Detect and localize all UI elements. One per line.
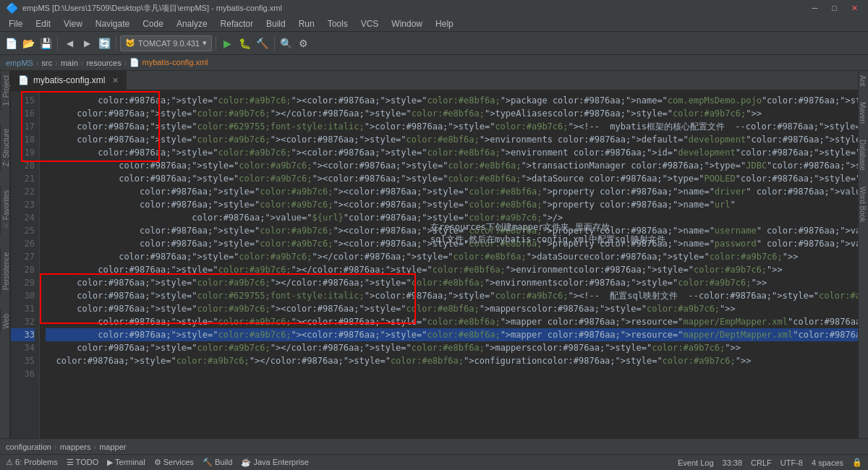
sync-button[interactable]: 🔄 xyxy=(96,35,112,51)
bottom-breadcrumb: configuration › mappers › mapper xyxy=(0,438,868,454)
bc-bot-sep-2: › xyxy=(93,443,96,451)
menu-item-build[interactable]: Build xyxy=(260,17,292,30)
left-tool-strip: 1: Project Z: Structure ☆ Favorites Pers… xyxy=(0,71,10,438)
tab-mybatis-config[interactable]: 📄 mybatis-config.xml ✕ xyxy=(11,71,127,90)
maximize-button[interactable]: □ xyxy=(827,2,841,14)
line-number: 16 xyxy=(11,107,35,120)
menu-item-analyze[interactable]: Analyze xyxy=(171,17,213,30)
app-icon: 🔷 xyxy=(6,2,18,14)
ant-tool-tab[interactable]: Ant xyxy=(859,71,868,90)
code-line: color:#9876aa;">style="color:#a9b7c6;"><… xyxy=(46,94,868,107)
titlebar-left: 🔷 empMS [D:\Users\17509\Desktop\非凡\项目\em… xyxy=(6,2,282,14)
menu-item-run[interactable]: Run xyxy=(293,17,320,30)
search-button[interactable]: 🔍 xyxy=(278,35,294,51)
lock-icon[interactable]: 🔒 xyxy=(852,458,862,467)
menu-item-file[interactable]: File xyxy=(3,17,28,30)
build-button[interactable]: 🔨 xyxy=(255,35,271,51)
code-line: color:#9876aa;">style="color:#a9b7c6;"><… xyxy=(46,159,868,172)
maven-tool-tab[interactable]: Maven xyxy=(859,98,868,128)
code-line: color:#9876aa;">style="color:#a9b7c6;"><… xyxy=(46,146,868,159)
event-log[interactable]: Event Log xyxy=(678,458,714,467)
tab-close-icon[interactable]: ✕ xyxy=(112,76,119,85)
bc-bot-sep-1: › xyxy=(54,443,57,451)
line-number: 34 xyxy=(11,341,35,354)
code-content[interactable]: color:#9876aa;">style="color:#a9b7c6;"><… xyxy=(40,91,868,438)
bc-resources[interactable]: resources xyxy=(86,59,121,67)
minimize-button[interactable]: ─ xyxy=(808,2,822,14)
code-line: color:#9876aa;">style="color:#629755;fon… xyxy=(46,289,868,302)
code-line: color:#9876aa;">style="color:#a9b7c6;"><… xyxy=(46,185,868,198)
back-button[interactable]: ◀ xyxy=(61,35,77,51)
new-file-button[interactable]: 📄 xyxy=(3,35,19,51)
favorites-tool-tab[interactable]: ☆ Favorites xyxy=(0,186,9,234)
open-button[interactable]: 📂 xyxy=(20,35,36,51)
line-number: 36 xyxy=(11,367,35,380)
java-enterprise-status[interactable]: ☕ Java Enterprise xyxy=(241,458,308,467)
project-tool-tab[interactable]: 1: Project xyxy=(0,71,9,110)
terminal-status[interactable]: ▶ Terminal xyxy=(107,458,145,467)
menu-item-code[interactable]: Code xyxy=(137,17,169,30)
line-number: 23 xyxy=(11,198,35,211)
line-number: 31 xyxy=(11,302,35,315)
bc-file[interactable]: 📄 mybatis-config.xml xyxy=(129,58,208,67)
menubar: FileEditViewNavigateCodeAnalyzeRefactorB… xyxy=(0,16,868,32)
debug-button[interactable]: 🐛 xyxy=(237,35,253,51)
code-line: color:#9876aa;">style="color:#a9b7c6;"><… xyxy=(46,354,868,367)
bc-sep-1: › xyxy=(36,59,39,67)
bc-sep-2: › xyxy=(55,59,58,67)
wordbook-tool-tab[interactable]: Word Book xyxy=(859,182,868,226)
code-line: color:#9876aa;">style="color:#a9b7c6;"><… xyxy=(46,328,868,341)
bottom-bc-mappers[interactable]: mappers xyxy=(60,443,91,451)
tomcat-selector[interactable]: 🐱 TOMCAT 9.0.431 ▾ xyxy=(120,35,212,51)
code-line: color:#9876aa;">style="color:#a9b7c6;"><… xyxy=(46,250,868,263)
main-area: 1: Project Z: Structure ☆ Favorites Pers… xyxy=(0,71,868,438)
menu-item-window[interactable]: Window xyxy=(386,17,428,30)
save-button[interactable]: 💾 xyxy=(38,35,54,51)
line-number: 33 xyxy=(11,328,35,341)
menu-item-tools[interactable]: Tools xyxy=(322,17,354,30)
toolbar-separator-2 xyxy=(116,36,116,51)
bottom-bc-config[interactable]: configuration xyxy=(6,443,51,451)
database-tool-tab[interactable]: Database xyxy=(859,135,868,175)
structure-tool-tab[interactable]: Z: Structure xyxy=(0,124,9,171)
problems-status[interactable]: ⚠ 6: Problems xyxy=(6,458,58,467)
line-number: 32 xyxy=(11,315,35,328)
line-number: 18 xyxy=(11,133,35,146)
menu-item-refactor[interactable]: Refactor xyxy=(215,17,259,30)
menu-item-vcs[interactable]: VCS xyxy=(355,17,385,30)
chevron-down-icon: ▾ xyxy=(203,38,207,48)
line-number: 29 xyxy=(11,276,35,289)
code-line: color:#9876aa;">style="color:#a9b7c6;"><… xyxy=(46,198,868,211)
code-annotation: 在resources下创建mapper文件夹,里面存放 sql文件,然后在myb… xyxy=(430,221,665,246)
menu-item-navigate[interactable]: Navigate xyxy=(90,17,135,30)
menu-item-help[interactable]: Help xyxy=(430,17,459,30)
forward-button[interactable]: ▶ xyxy=(79,35,95,51)
menu-item-view[interactable]: View xyxy=(58,17,88,30)
line-number: 24 xyxy=(11,211,35,224)
line-number: 19 xyxy=(11,146,35,159)
todo-status[interactable]: ☰ TODO xyxy=(67,458,98,467)
code-line: color:#9876aa;">style="color:#a9b7c6;"><… xyxy=(46,302,868,315)
code-line: color:#9876aa;">style="color:#a9b7c6;"><… xyxy=(46,107,868,120)
line-ending[interactable]: CRLF xyxy=(751,458,772,467)
indent-display[interactable]: 4 spaces xyxy=(812,458,843,467)
tab-bar: 📄 mybatis-config.xml ✕ xyxy=(11,71,868,91)
settings-button[interactable]: ⚙ xyxy=(296,35,312,51)
run-button[interactable]: ▶ xyxy=(220,35,236,51)
charset-display[interactable]: UTF-8 xyxy=(780,458,803,467)
bc-src[interactable]: src xyxy=(42,59,53,67)
persistence-tool-tab[interactable]: Persistence xyxy=(0,248,9,294)
bottom-bc-mapper[interactable]: mapper xyxy=(99,443,126,451)
tomcat-icon: 🐱 xyxy=(125,38,135,48)
close-button[interactable]: ✕ xyxy=(847,2,862,14)
services-status[interactable]: ⚙ Services xyxy=(154,458,194,467)
code-line: color:#9876aa;">style="color:#a9b7c6;"><… xyxy=(46,341,868,354)
line-number: 30 xyxy=(11,289,35,302)
build-status[interactable]: 🔨 Build xyxy=(203,458,233,467)
web-tool-tab[interactable]: Web xyxy=(0,309,9,333)
menu-item-edit[interactable]: Edit xyxy=(30,17,56,30)
bc-main[interactable]: main xyxy=(61,59,78,67)
bc-empms[interactable]: empMS xyxy=(6,59,33,67)
code-editor[interactable]: 1516171819202122232425262728293031323334… xyxy=(11,91,868,438)
line-number: 35 xyxy=(11,354,35,367)
